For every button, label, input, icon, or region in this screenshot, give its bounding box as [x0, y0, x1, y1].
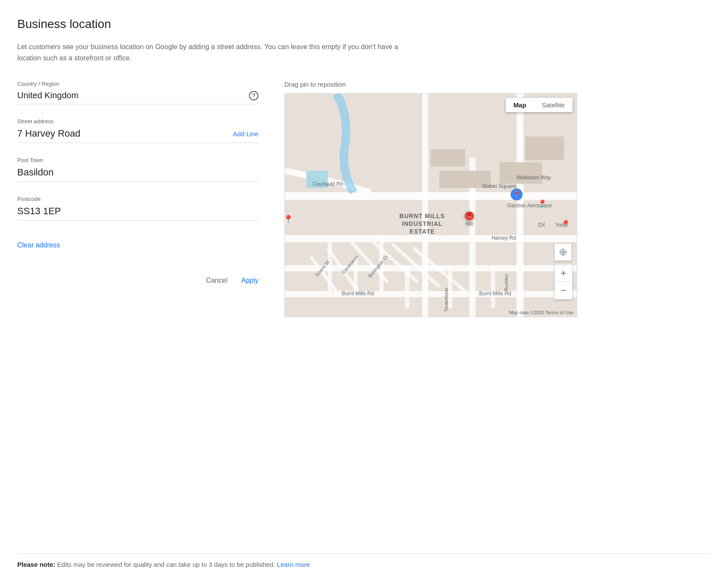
street-label: Street address — [17, 118, 258, 125]
svg-text:📍: 📍 — [285, 214, 294, 225]
country-label: Country / Region — [17, 81, 258, 87]
locate-me-button[interactable] — [554, 244, 572, 261]
svg-text:Rushley: Rushley — [504, 274, 509, 291]
map-controls: + − — [554, 244, 572, 300]
map-container[interactable]: BURNT MILLS INDUSTRIAL ESTATE Nobel Squa… — [284, 93, 577, 317]
page-title: Business location — [17, 17, 711, 31]
footer-actions: Cancel Apply — [17, 266, 258, 295]
svg-rect-7 — [285, 291, 576, 297]
svg-text:📍: 📍 — [561, 219, 571, 229]
svg-rect-16 — [525, 137, 564, 160]
country-help-icon[interactable]: ? — [249, 91, 258, 100]
svg-point-43 — [465, 222, 474, 226]
svg-text:Courtauld Rd: Courtauld Rd — [313, 181, 343, 187]
svg-point-47 — [560, 250, 566, 255]
zoom-in-button[interactable]: + — [555, 265, 572, 282]
svg-text:DX: DX — [538, 222, 545, 228]
svg-text:Harvey Rd: Harvey Rd — [492, 235, 516, 241]
svg-text:BURNT MILLS: BURNT MILLS — [399, 212, 445, 219]
svg-text:📍: 📍 — [513, 191, 521, 198]
svg-text:Wollaston Way: Wollaston Way — [517, 175, 551, 181]
svg-text:ESTATE: ESTATE — [410, 228, 435, 235]
svg-text:Tenterfields: Tenterfields — [444, 288, 449, 312]
country-value[interactable]: United Kingdom — [17, 91, 246, 100]
bottom-note: Please note: Edits may be reviewed for q… — [17, 553, 711, 575]
svg-point-45 — [467, 212, 472, 217]
zoom-controls: + − — [554, 264, 572, 300]
drag-hint: Drag pin to reposition — [284, 81, 711, 88]
svg-rect-6 — [422, 94, 428, 317]
form-section: Country / Region United Kingdom ? Street… — [17, 81, 258, 553]
country-field-group: Country / Region United Kingdom ? — [17, 81, 258, 104]
postcode-label: Postcode — [17, 196, 258, 202]
svg-rect-17 — [431, 150, 465, 167]
clear-address-link[interactable]: Clear address — [17, 241, 60, 249]
zoom-out-button[interactable]: − — [555, 282, 572, 299]
svg-text:Burnt Mills Rd: Burnt Mills Rd — [479, 291, 511, 297]
postcode-field-row: SS13 1EP — [17, 206, 258, 221]
post-town-field-group: Post Town Basildon — [17, 157, 258, 182]
svg-text:Nobel Square: Nobel Square — [482, 183, 516, 189]
svg-point-46 — [562, 251, 564, 253]
street-value[interactable]: 7 Harvey Road — [17, 128, 230, 139]
add-line-button[interactable]: Add Line — [233, 130, 258, 138]
post-town-label: Post Town — [17, 157, 258, 163]
note-prefix: Please note: — [17, 561, 55, 568]
street-field-group: Street address 7 Harvey Road Add Line — [17, 118, 258, 143]
svg-text:Burnt Mills Rd: Burnt Mills Rd — [342, 291, 374, 297]
svg-rect-13 — [491, 266, 495, 309]
learn-more-link[interactable]: Learn more — [277, 561, 310, 568]
svg-text:INDUSTRIAL: INDUSTRIAL — [402, 220, 442, 227]
note-text: Edits may be reviewed for quality and ca… — [55, 561, 275, 568]
street-field-row: 7 Harvey Road Add Line — [17, 128, 258, 143]
postcode-value[interactable]: SS13 1EP — [17, 206, 258, 217]
post-town-field-row: Basildon — [17, 167, 258, 182]
svg-text:📍: 📍 — [538, 199, 548, 209]
cancel-button[interactable]: Cancel — [206, 277, 227, 284]
post-town-value[interactable]: Basildon — [17, 167, 258, 178]
map-view-button[interactable]: Map — [506, 98, 534, 112]
svg-rect-1 — [285, 192, 576, 200]
map-section: Drag pin to reposition — [284, 81, 711, 553]
satellite-view-button[interactable]: Satellite — [534, 98, 572, 112]
map-toggle: Map Satellite — [506, 98, 572, 112]
apply-button[interactable]: Apply — [241, 277, 258, 284]
country-field-row: United Kingdom ? — [17, 91, 258, 104]
page-description: Let customers see your business location… — [17, 41, 405, 63]
map-attribution: Map data ©2020 Terms of Use — [509, 310, 573, 315]
postcode-field-group: Postcode SS13 1EP — [17, 196, 258, 221]
